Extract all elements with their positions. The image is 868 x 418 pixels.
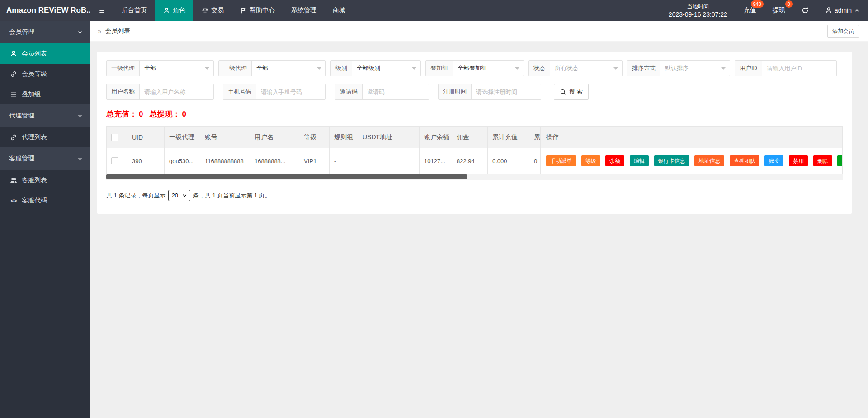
sidebar-item-stack-group[interactable]: 叠加组 — [0, 84, 90, 104]
nav-item-dashboard[interactable]: 后台首页 — [113, 0, 155, 21]
username: admin — [835, 7, 852, 14]
action-account-changes[interactable]: 账变 — [764, 155, 783, 166]
chevron-down-icon — [182, 193, 187, 198]
cell-total-withdraw: 0 — [529, 148, 541, 174]
table-row: 390 gou530... 116888888888 16888888... V… — [107, 148, 843, 174]
breadcrumb-chevron-icon: » — [98, 27, 101, 35]
total-withdraw-value: 0 — [182, 110, 186, 118]
action-edit[interactable]: 编辑 — [630, 155, 649, 166]
action-address-info[interactable]: 地址信息 — [694, 155, 724, 166]
user-id-input[interactable] — [762, 61, 836, 76]
sidebar-item-support-code[interactable]: </> 客服代码 — [0, 190, 90, 211]
filter-row-1: 一级代理 全部 二级代理 全部 级别 全部级别 叠加组 全部叠加组 状态 所有状… — [106, 60, 843, 76]
col-account: 账号 — [200, 127, 250, 148]
invite-code-input[interactable] — [363, 84, 429, 99]
col-commission: 佣金 — [452, 127, 488, 148]
stack-group-select[interactable]: 全部叠加组 — [453, 61, 524, 76]
nav-label: 帮助中心 — [250, 6, 275, 14]
refresh-button[interactable] — [793, 0, 817, 21]
phone-input[interactable] — [256, 84, 326, 99]
nav-item-roles[interactable]: 角色 — [155, 0, 193, 21]
sort-select[interactable]: 默认排序 — [660, 61, 730, 76]
search-label: 搜 索 — [569, 88, 583, 96]
action-balance[interactable]: 余额 — [605, 155, 624, 166]
search-button[interactable]: 搜 索 — [554, 84, 589, 100]
table-header-row: UID 一级代理 账号 用户名 等级 规则组 USDT地址 账户余额 佣金 累计… — [107, 127, 843, 148]
action-disable[interactable]: 禁用 — [789, 155, 808, 166]
nav-item-trade[interactable]: 交易 — [193, 0, 232, 21]
sidebar-item-member-level[interactable]: 会员等级 — [0, 64, 90, 84]
action-level[interactable]: 等级 — [581, 155, 600, 166]
sidebar-item-member-list[interactable]: 会员列表 — [0, 43, 90, 64]
recharge-link[interactable]: 充值 948 — [736, 0, 764, 21]
cell-actions: 手动派单 等级 余额 编辑 银行卡信息 地址信息 查看团队 账变 禁用 删除 设… — [541, 148, 843, 174]
nav-item-system[interactable]: 系统管理 — [283, 0, 325, 21]
row-checkbox-cell — [107, 148, 127, 174]
menu-toggle[interactable] — [90, 0, 113, 21]
breadcrumb-title: 会员列表 — [105, 27, 130, 35]
sidebar-item-agent-list[interactable]: 代理列表 — [0, 127, 90, 147]
status-select[interactable]: 所有状态 — [550, 61, 622, 76]
filter-label: 邀请码 — [335, 84, 363, 99]
filter-label: 级别 — [331, 61, 352, 76]
withdraw-link[interactable]: 提现 0 — [764, 0, 793, 21]
sidebar-group-members[interactable]: 会员管理 — [0, 21, 90, 43]
col-username: 用户名 — [250, 127, 299, 148]
nav-item-help-center[interactable]: 帮助中心 — [232, 0, 283, 21]
sidebar-group-agents[interactable]: 代理管理 — [0, 104, 90, 127]
members-table: UID 一级代理 账号 用户名 等级 规则组 USDT地址 账户余额 佣金 累计… — [106, 126, 843, 180]
per-page-select[interactable]: 20 — [168, 190, 190, 201]
breadcrumb-bar: » 会员列表 添加会员 — [90, 21, 868, 42]
total-recharge-label: 总充值： — [106, 110, 137, 118]
users-icon — [10, 177, 17, 184]
header-checkbox-cell — [107, 127, 127, 148]
chevron-down-icon — [77, 155, 83, 162]
filter-status: 状态 所有状态 — [528, 60, 623, 76]
add-member-button[interactable]: 添加会员 — [827, 25, 859, 38]
cell-account: 116888888888 — [200, 148, 250, 174]
top-nav: 后台首页 角色 交易 帮助中心 系统管理 商城 — [90, 0, 354, 21]
scrollbar-thumb[interactable] — [106, 174, 467, 179]
topbar-right: 当地时间 2023-09-16 23:07:22 充值 948 提现 0 adm… — [660, 0, 868, 21]
local-time: 当地时间 2023-09-16 23:07:22 — [660, 0, 736, 21]
col-uid: UID — [127, 127, 165, 148]
group-label: 客服管理 — [9, 155, 34, 163]
agent1-select[interactable]: 全部 — [140, 61, 213, 76]
username-input[interactable] — [140, 84, 213, 99]
filter-agent1: 一级代理 全部 — [106, 60, 214, 76]
person-icon — [825, 7, 832, 14]
nav-item-shop[interactable]: 商城 — [325, 0, 354, 21]
app-logo: Amazon REViEW RoB... — [0, 0, 90, 21]
horizontal-scrollbar — [106, 174, 843, 180]
col-balance: 账户余额 — [420, 127, 452, 148]
hamburger-icon — [99, 7, 105, 14]
item-label: 会员等级 — [22, 70, 47, 78]
filter-sort: 排序方式 默认排序 — [627, 60, 730, 76]
pagination-before: 共 1 条记录，每页显示 — [106, 192, 165, 200]
action-manual-dispatch[interactable]: 手动派单 — [546, 155, 576, 166]
action-bank-card-info[interactable]: 银行卡信息 — [654, 155, 689, 166]
filter-label: 注册时间 — [439, 84, 472, 99]
register-time-input[interactable] — [472, 84, 541, 99]
select-all-checkbox[interactable] — [111, 134, 118, 141]
action-delete[interactable]: 删除 — [813, 155, 832, 166]
person-icon — [163, 7, 170, 14]
group-label: 会员管理 — [9, 28, 34, 36]
caret-down-icon — [205, 67, 209, 72]
user-menu[interactable]: admin — [817, 0, 868, 21]
row-checkbox[interactable] — [111, 157, 118, 164]
col-rule-group: 规则组 — [330, 127, 358, 148]
nav-label: 系统管理 — [291, 6, 316, 14]
sidebar: 会员管理 会员列表 会员等级 叠加组 代理管理 代理列表 客服管理 客服列表 <… — [0, 21, 90, 418]
action-view-team[interactable]: 查看团队 — [730, 155, 760, 166]
filter-label: 状态 — [529, 61, 550, 76]
sidebar-item-support-list[interactable]: 客服列表 — [0, 170, 90, 190]
filter-agent2: 二级代理 全部 — [218, 60, 326, 76]
sidebar-group-support[interactable]: 客服管理 — [0, 147, 90, 170]
action-set-fake[interactable]: 设为假人 — [837, 155, 842, 166]
agent2-select[interactable]: 全部 — [252, 61, 326, 76]
select-value: 全部级别 — [357, 64, 380, 72]
group-label: 代理管理 — [9, 112, 34, 120]
filter-label: 排序方式 — [627, 61, 660, 76]
level-select[interactable]: 全部级别 — [352, 61, 420, 76]
